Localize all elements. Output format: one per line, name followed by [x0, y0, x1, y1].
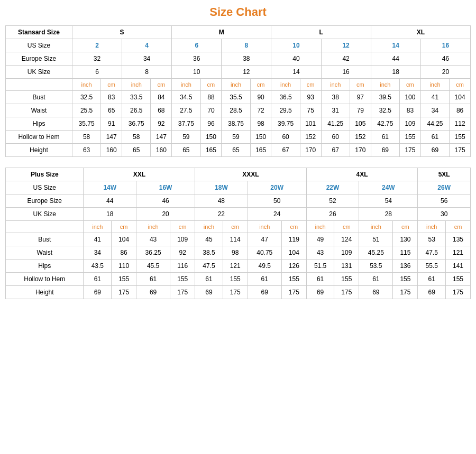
- waist-5: 70: [200, 104, 222, 117]
- plus-uk-size-label: UK Size: [6, 208, 84, 221]
- plus-height-7: 175: [281, 286, 306, 299]
- plus-bust-label: Bust: [6, 233, 84, 246]
- waist-14: 34: [420, 104, 449, 117]
- plus-unit-9: cm: [334, 221, 359, 233]
- height-8: 67: [271, 144, 300, 157]
- plus-hollow-9: 155: [334, 273, 359, 286]
- plus-bust-9: 124: [334, 233, 359, 246]
- xxxl-header: XXXL: [195, 168, 307, 181]
- plus-uk-1: 20: [136, 208, 195, 221]
- plus-hips-0: 43.5: [84, 260, 112, 273]
- eu-m2: 38: [222, 52, 271, 66]
- plus-unit-empty: [6, 221, 84, 233]
- waist-13: 83: [400, 104, 421, 117]
- plus-hips-4: 47.5: [195, 260, 223, 273]
- std-unit-empty: [6, 79, 72, 91]
- plus-height-6: 69: [248, 286, 281, 299]
- hips-label: Hips: [6, 117, 72, 131]
- plus-waist-2: 36.25: [136, 246, 170, 260]
- plus-unit-12: inch: [418, 221, 446, 233]
- plus-height-12: 69: [418, 286, 446, 299]
- plus-eu-3: 50: [248, 194, 306, 208]
- hips-2: 36.75: [122, 117, 151, 131]
- plus-bust-12: 53: [418, 233, 446, 246]
- plus-unit-7: cm: [281, 221, 306, 233]
- waist-3: 68: [151, 104, 172, 117]
- us-m2: 8: [222, 39, 271, 52]
- std-unit-14: inch: [420, 79, 449, 91]
- std-unit-3: cm: [151, 79, 172, 91]
- height-3: 160: [151, 144, 172, 157]
- plus-waist-13: 121: [446, 246, 471, 260]
- plus-size-chart: Plus Size XXL XXXL 4XL 5XL US Size 14W 1…: [5, 168, 471, 299]
- hips-5: 96: [200, 117, 222, 131]
- plus-height-3: 175: [170, 286, 195, 299]
- hollow-9: 152: [300, 131, 321, 144]
- std-unit-11: cm: [350, 79, 371, 91]
- plus-height-13: 175: [446, 286, 471, 299]
- plus-height-9: 175: [334, 286, 359, 299]
- plus-eu-1: 46: [136, 194, 195, 208]
- plus-waist-10: 45.25: [359, 246, 393, 260]
- plus-unit-5: cm: [223, 221, 248, 233]
- hollow-5: 150: [200, 131, 222, 144]
- bust-4: 34.5: [172, 91, 200, 104]
- plus-waist-11: 115: [393, 246, 418, 260]
- plus-hips-5: 121: [223, 260, 248, 273]
- plus-waist-6: 40.75: [248, 246, 281, 260]
- 4xl-header: 4XL: [306, 168, 418, 181]
- xl-header: XL: [371, 26, 470, 39]
- hollow-2: 58: [122, 131, 151, 144]
- std-unit-5: cm: [200, 79, 222, 91]
- plus-us-1: 16W: [136, 181, 195, 194]
- bust-9: 93: [300, 91, 321, 104]
- plus-us-2: 18W: [195, 181, 248, 194]
- waist-11: 79: [350, 104, 371, 117]
- plus-uk-4: 26: [306, 208, 359, 221]
- page-title: Size Chart: [5, 5, 471, 19]
- eu-s1: 32: [72, 52, 122, 66]
- plus-hollow-11: 155: [393, 273, 418, 286]
- plus-waist-0: 34: [84, 246, 112, 260]
- plus-hips-2: 45.5: [136, 260, 170, 273]
- plus-unit-13: cm: [446, 221, 471, 233]
- plus-eu-size-label: Europe Size: [6, 194, 84, 208]
- bust-15: 104: [450, 91, 471, 104]
- us-s1: 2: [72, 39, 122, 52]
- bust-3: 84: [151, 91, 172, 104]
- plus-hips-10: 53.5: [359, 260, 393, 273]
- waist-15: 86: [450, 104, 471, 117]
- height-label: Height: [6, 144, 72, 157]
- plus-table: Plus Size XXL XXXL 4XL 5XL US Size 14W 1…: [5, 168, 471, 299]
- plus-bust-6: 47: [248, 233, 281, 246]
- plus-label: Plus Size: [6, 168, 84, 181]
- eu-xl2: 46: [420, 52, 470, 66]
- bust-2: 33.5: [122, 91, 151, 104]
- hips-11: 105: [350, 117, 371, 131]
- height-7: 165: [250, 144, 271, 157]
- plus-hollow-7: 155: [281, 273, 306, 286]
- std-unit-13: cm: [400, 79, 421, 91]
- standard-table: Stansard Size S M L XL US Size 2 4 6 8 1…: [5, 25, 471, 157]
- eu-s2: 34: [122, 52, 172, 66]
- plus-waist-4: 38.5: [195, 246, 223, 260]
- bust-label: Bust: [6, 91, 72, 104]
- plus-bust-11: 130: [393, 233, 418, 246]
- us-l1: 10: [271, 39, 321, 52]
- std-unit-8: inch: [271, 79, 300, 91]
- hips-13: 109: [400, 117, 421, 131]
- hollow-1: 147: [101, 131, 122, 144]
- plus-uk-6: 30: [418, 208, 471, 221]
- hollow-11: 152: [350, 131, 371, 144]
- us-l2: 12: [321, 39, 371, 52]
- plus-hollow-8: 61: [306, 273, 334, 286]
- hollow-10: 60: [321, 131, 350, 144]
- plus-hips-12: 55.5: [418, 260, 446, 273]
- waist-1: 65: [101, 104, 122, 117]
- waist-7: 72: [250, 104, 271, 117]
- plus-unit-6: inch: [248, 221, 281, 233]
- uk-m1: 10: [172, 66, 222, 79]
- europe-size-label: Europe Size: [6, 52, 72, 66]
- waist-9: 75: [300, 104, 321, 117]
- plus-unit-8: inch: [306, 221, 334, 233]
